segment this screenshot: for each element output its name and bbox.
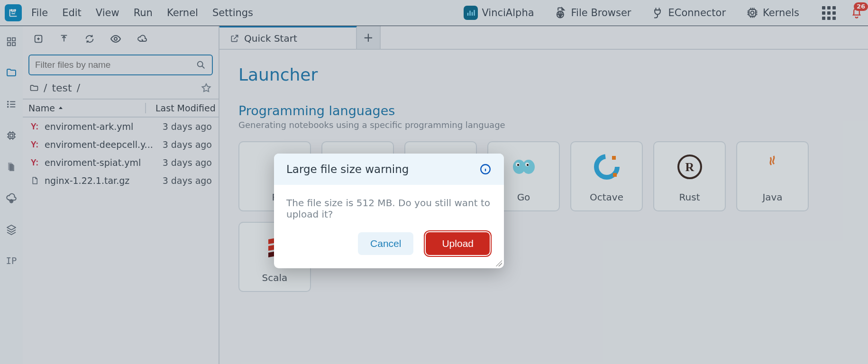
modal-actions: Cancel Upload	[274, 224, 504, 268]
modal-header: Large file size warning	[274, 154, 504, 185]
upload-warning-modal: Large file size warning The file size is…	[274, 154, 504, 268]
upload-button[interactable]: Upload	[426, 232, 490, 255]
cancel-button[interactable]: Cancel	[358, 232, 413, 255]
resize-handle[interactable]	[495, 260, 502, 266]
modal-title: Large file size warning	[286, 163, 409, 175]
info-icon	[479, 163, 492, 175]
modal-body: The file size is 512 MB. Do you still wa…	[274, 185, 504, 224]
